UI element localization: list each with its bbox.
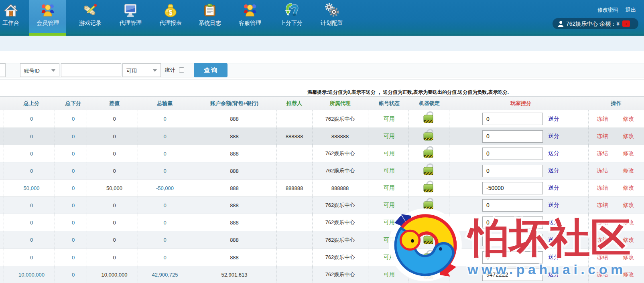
svg-text:$: $ [169, 9, 173, 16]
